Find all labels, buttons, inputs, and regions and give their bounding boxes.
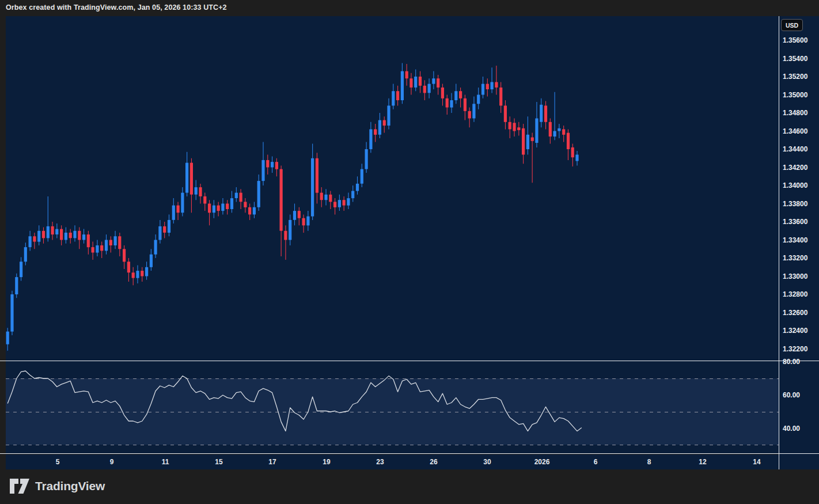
price-axis-label: 1.35200 [783, 73, 807, 81]
time-axis[interactable] [6, 454, 779, 469]
price-pane[interactable] [6, 16, 779, 361]
tradingview-wordmark: TradingView [35, 479, 105, 493]
price-axis-label: 1.32600 [783, 309, 807, 317]
price-axis-label: 1.34000 [783, 181, 807, 190]
rsi-middle-line [6, 412, 779, 412]
time-axis-label: 19 [323, 458, 330, 466]
price-axis-label: 1.34800 [783, 109, 807, 117]
time-axis-label: 6 [594, 458, 598, 466]
price-axis-label: 1.35600 [783, 36, 807, 44]
axis-separator [779, 16, 779, 469]
rsi-overbought-line [6, 378, 779, 379]
rsi-axis-label: 40.00 [783, 425, 800, 433]
price-axis-label: 1.32200 [783, 345, 807, 353]
price-axis-label: 1.34200 [783, 164, 807, 172]
time-axis-label: 17 [268, 458, 276, 466]
time-axis-label: 12 [699, 458, 706, 466]
time-axis-label: 14 [753, 458, 760, 466]
price-axis-label: 1.33400 [783, 236, 807, 244]
currency-badge[interactable]: USD [781, 19, 803, 31]
rsi-oversold-line [6, 445, 779, 445]
price-axis-label: 1.32800 [783, 290, 807, 298]
chart-window: Orbex created with TradingView.com, Jan … [0, 0, 819, 504]
time-axis-label: 15 [215, 458, 222, 466]
time-axis-label: 9 [110, 458, 114, 466]
pane-separator-top[interactable] [0, 361, 819, 361]
price-axis-label: 1.34600 [783, 127, 807, 135]
time-axis-label: 30 [483, 458, 491, 466]
pane-separator-bottom [0, 453, 819, 454]
time-axis-label: 2026 [534, 458, 550, 466]
time-axis-label: 11 [162, 458, 169, 466]
time-axis-label: 26 [430, 458, 437, 466]
attribution-text: Orbex created with TradingView.com, Jan … [6, 3, 227, 12]
rsi-axis-label: 60.00 [783, 391, 800, 399]
price-axis-label: 1.35000 [783, 91, 807, 99]
tradingview-logo[interactable]: TradingView [9, 478, 105, 494]
price-axis-label: 1.35400 [783, 55, 807, 63]
time-axis-label: 23 [376, 458, 384, 466]
price-axis-label: 1.33200 [783, 254, 807, 262]
price-axis-label: 1.33600 [783, 218, 807, 226]
time-axis-label: 8 [647, 458, 651, 466]
tradingview-mark-icon [9, 478, 30, 494]
rsi-axis-label: 80.00 [783, 358, 800, 366]
price-axis-label: 1.33000 [783, 272, 807, 281]
price-axis-label: 1.32400 [783, 327, 807, 335]
price-axis-label: 1.33800 [783, 200, 807, 208]
price-axis-label: 1.34400 [783, 145, 807, 153]
time-axis-label: 5 [56, 458, 60, 466]
